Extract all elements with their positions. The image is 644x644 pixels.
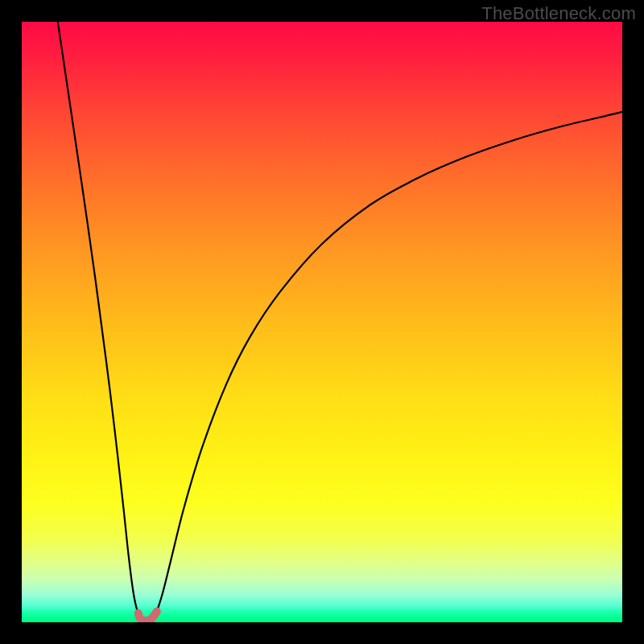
curve-layer	[22, 22, 622, 622]
curve-left-branch	[58, 22, 138, 613]
curve-right-branch	[157, 112, 622, 612]
plot-area	[22, 22, 622, 622]
curve-valley-bottom	[138, 612, 157, 621]
chart-frame: TheBottleneck.com	[0, 0, 644, 644]
